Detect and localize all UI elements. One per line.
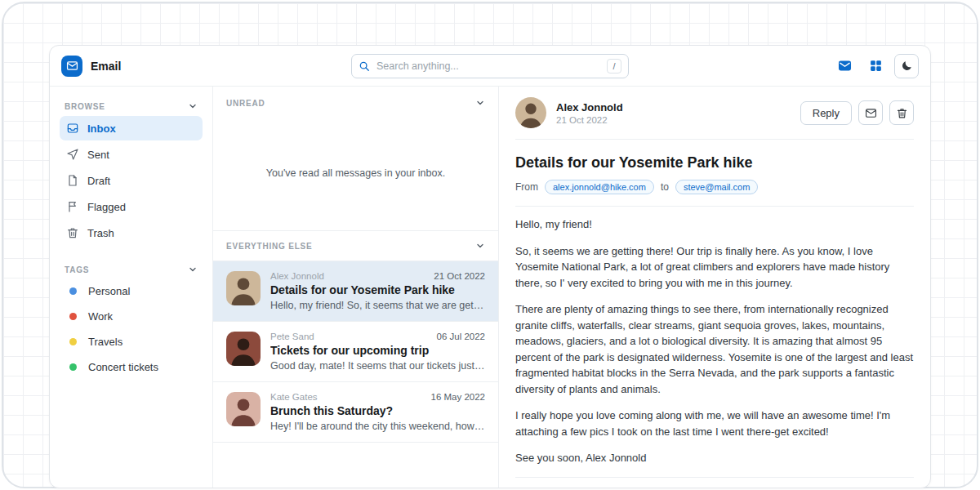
to-label: to	[661, 181, 669, 193]
main-area: BROWSE Inbox Sent	[50, 87, 930, 488]
mail-list-column: UNREAD You've read all messages in your …	[213, 87, 499, 488]
sidebar-item-sent[interactable]: Sent	[60, 142, 203, 167]
send-icon	[66, 148, 79, 161]
unread-empty-message: You've read all messages in your inbox.	[213, 116, 498, 230]
sidebar-item-trash[interactable]: Trash	[60, 220, 203, 245]
sender-block: Alex Jonnold 21 Oct 2022	[556, 101, 623, 125]
email-date: 16 May 2022	[431, 392, 486, 402]
app-title: Email	[91, 60, 121, 73]
email-item-text: Pete Sand 06 Jul 2022 Tickets for our up…	[270, 332, 485, 372]
email-snippet: Good day, mate! It seems that our ticket…	[270, 360, 485, 372]
body-paragraph: I really hope you love coming along with…	[515, 408, 914, 439]
brand-area: Email	[61, 56, 208, 77]
apps-grid-icon-button[interactable]	[863, 54, 888, 78]
email-sender: Kate Gates	[270, 392, 318, 402]
tag-item-personal[interactable]: Personal	[60, 279, 203, 303]
everything-else-section-label: EVERYTHING ELSE	[226, 242, 313, 251]
from-to-line: From alex.jonnold@hike.com to steve@mail…	[515, 180, 914, 194]
sidebar: BROWSE Inbox Sent	[50, 87, 213, 488]
body-paragraph: Hello, my friend!	[515, 216, 914, 233]
email-sender: Pete Sand	[270, 332, 314, 341]
app-header: Email /	[50, 46, 930, 87]
sender-avatar	[226, 332, 261, 366]
chevron-down-icon	[188, 101, 198, 111]
email-item-text: Kate Gates 16 May 2022 Brunch this Satur…	[270, 392, 485, 432]
sidebar-item-inbox[interactable]: Inbox	[60, 116, 203, 140]
active-app-mail-icon-button[interactable]	[832, 54, 857, 78]
tags-section-label: TAGS	[65, 265, 89, 274]
tag-color-dot	[69, 287, 77, 295]
from-label: From	[515, 181, 538, 193]
sender-avatar	[226, 271, 261, 305]
chevron-down-icon	[475, 98, 485, 108]
sidebar-item-flagged[interactable]: Flagged	[60, 194, 203, 219]
detail-actions: Reply	[800, 100, 914, 125]
from-address-chip: alex.jonnold@hike.com	[545, 180, 654, 194]
flag-icon	[66, 200, 79, 213]
body-paragraph: See you soon, Alex Jonnold	[515, 450, 914, 466]
tag-color-dot	[69, 363, 77, 371]
chevron-down-icon	[188, 265, 198, 274]
email-date: 06 Jul 2022	[437, 332, 485, 341]
chevron-down-icon	[475, 241, 485, 251]
email-item-text: Alex Jonnold 21 Oct 2022 Details for our…	[270, 271, 485, 311]
body-paragraph: There are plenty of amazing things to se…	[515, 301, 914, 397]
attachments-heading: Attachments	[515, 488, 914, 488]
tag-item-work[interactable]: Work	[60, 305, 203, 328]
email-snippet: Hello, my friend! So, it seems that we a…	[270, 300, 485, 311]
tag-color-dot	[69, 313, 77, 320]
tag-item-travels[interactable]: Travels	[60, 330, 203, 354]
reply-button[interactable]: Reply	[800, 101, 852, 125]
email-detail-header: Alex Jonnold 21 Oct 2022 Reply	[499, 87, 930, 139]
search-bar: /	[351, 54, 629, 78]
sidebar-item-draft[interactable]: Draft	[60, 168, 203, 193]
email-list-item[interactable]: Pete Sand 06 Jul 2022 Tickets for our up…	[213, 322, 498, 382]
tag-label: Travels	[88, 336, 122, 348]
sidebar-item-label: Sent	[87, 149, 109, 161]
sidebar-item-label: Trash	[87, 227, 114, 239]
header-actions	[772, 54, 919, 78]
email-subject: Details for our Yosemite Park hike	[270, 283, 485, 296]
tag-color-dot	[69, 338, 77, 345]
delete-email-button[interactable]	[889, 100, 914, 125]
search-input[interactable]	[376, 60, 600, 72]
email-list-item[interactable]: Alex Jonnold 21 Oct 2022 Details for our…	[213, 261, 498, 322]
divider	[515, 206, 914, 207]
detail-date: 21 Oct 2022	[556, 115, 623, 125]
forward-mail-icon-button[interactable]	[858, 100, 883, 125]
tag-label: Personal	[88, 285, 130, 297]
email-detail-body: Details for our Yosemite Park hike From …	[499, 140, 930, 488]
email-subject: Tickets for our upcoming trip	[270, 344, 485, 357]
trash-icon	[66, 226, 79, 239]
sender-avatar	[226, 392, 261, 426]
unread-section-toggle[interactable]: UNREAD	[213, 87, 498, 116]
everything-else-section-toggle[interactable]: EVERYTHING ELSE	[213, 230, 498, 261]
unread-section-label: UNREAD	[226, 99, 265, 108]
tag-item-concert-tickets[interactable]: Concert tickets	[60, 355, 203, 379]
email-date: 21 Oct 2022	[434, 271, 485, 281]
tags-section: TAGS Personal Work Travels	[60, 260, 203, 379]
email-list-item[interactable]: Kate Gates 16 May 2022 Brunch this Satur…	[213, 382, 498, 443]
browse-section-toggle[interactable]: BROWSE	[60, 96, 203, 116]
email-snippet: Hey! I'll be around the city this weeken…	[270, 421, 485, 432]
browse-section-label: BROWSE	[65, 102, 105, 111]
search-icon	[359, 60, 370, 72]
sidebar-item-label: Flagged	[87, 201, 126, 213]
divider	[515, 477, 914, 478]
to-address-chip: steve@mail.com	[675, 180, 758, 194]
email-sender: Alex Jonnold	[270, 271, 324, 281]
sidebar-item-label: Draft	[87, 175, 110, 187]
draft-document-icon	[66, 174, 79, 187]
inbox-icon	[66, 122, 79, 135]
header-center: /	[208, 54, 772, 78]
tag-label: Concert tickets	[88, 361, 158, 373]
email-logo-icon	[61, 56, 82, 77]
email-detail-panel: Alex Jonnold 21 Oct 2022 Reply Details f…	[499, 87, 930, 488]
search-shortcut-badge: /	[607, 59, 621, 74]
detail-sender-name: Alex Jonnold	[556, 101, 623, 114]
body-paragraph: So, it seems we are getting there! Our t…	[515, 243, 914, 292]
dark-mode-toggle[interactable]	[894, 54, 919, 78]
sidebar-item-label: Inbox	[87, 122, 116, 135]
email-subject: Brunch this Saturday?	[270, 404, 485, 417]
tags-section-toggle[interactable]: TAGS	[60, 260, 203, 279]
